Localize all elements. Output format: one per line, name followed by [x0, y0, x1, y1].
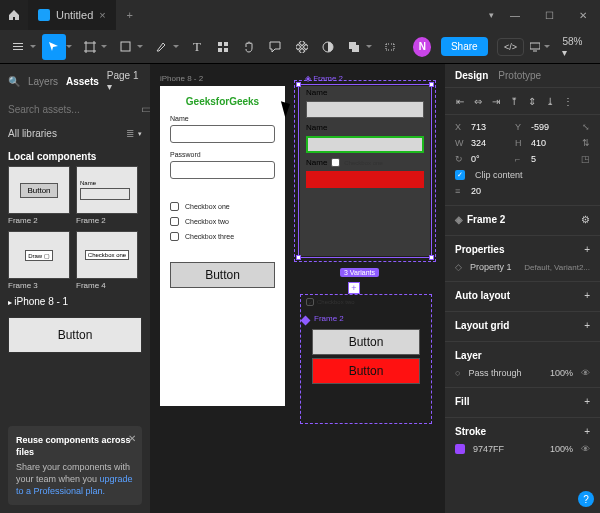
- align-hcenter-icon[interactable]: ⇔: [471, 94, 485, 108]
- libraries-dropdown[interactable]: All libraries≣: [0, 124, 150, 143]
- text-tool[interactable]: T: [185, 34, 209, 60]
- layers-tab[interactable]: Layers: [28, 76, 58, 87]
- checkbox[interactable]: Checkbox three: [160, 229, 285, 244]
- shape-tool[interactable]: [113, 34, 137, 60]
- add-icon[interactable]: +: [584, 244, 590, 255]
- close-icon[interactable]: ✕: [128, 432, 136, 446]
- frame-name[interactable]: Frame 2: [467, 214, 505, 225]
- text-input[interactable]: [170, 125, 275, 143]
- component-thumb[interactable]: Button Frame 2: [8, 166, 70, 225]
- add-icon[interactable]: +: [584, 290, 590, 301]
- align-top-icon[interactable]: ⤒: [507, 94, 521, 108]
- component-thumb[interactable]: Checkbox one Frame 4: [76, 231, 138, 290]
- checkbox[interactable]: ✓ Checkbox two: [306, 298, 355, 306]
- svg-rect-4: [218, 42, 222, 46]
- rotation-input[interactable]: 0°: [471, 154, 505, 164]
- prototype-tab[interactable]: Prototype: [498, 70, 541, 81]
- svg-rect-2: [13, 49, 23, 50]
- assets-tab[interactable]: Assets: [66, 76, 99, 87]
- constrain-icon[interactable]: ⤡: [582, 122, 590, 132]
- button-variant[interactable]: Button: [312, 358, 420, 384]
- visibility-icon[interactable]: 👁: [581, 444, 590, 454]
- figma-file-icon: [38, 9, 50, 21]
- frame-tool[interactable]: [78, 34, 102, 60]
- radius-input[interactable]: 5: [531, 154, 565, 164]
- file-tab[interactable]: Untitled ×: [28, 0, 116, 30]
- text-input[interactable]: [170, 161, 275, 179]
- link-tool[interactable]: [378, 34, 402, 60]
- component-thumb[interactable]: Name Frame 2: [76, 166, 138, 225]
- title-bar: Untitled × + ▾ — ☐ ✕: [0, 0, 600, 30]
- hand-tool[interactable]: [237, 34, 261, 60]
- design-tab[interactable]: Design: [455, 70, 488, 81]
- align-bottom-icon[interactable]: ⤓: [543, 94, 557, 108]
- svg-rect-14: [352, 45, 359, 52]
- share-button[interactable]: Share: [441, 37, 488, 56]
- window-menu-icon[interactable]: ▾: [489, 10, 498, 20]
- add-icon[interactable]: +: [584, 396, 590, 407]
- comment-tool[interactable]: [263, 34, 287, 60]
- zoom-level[interactable]: 58% ▾: [556, 36, 593, 58]
- component-icon[interactable]: [290, 34, 314, 60]
- add-icon[interactable]: +: [584, 320, 590, 331]
- blend-mode[interactable]: Pass through: [468, 368, 521, 378]
- home-button[interactable]: [0, 0, 28, 30]
- align-right-icon[interactable]: ⇥: [489, 94, 503, 108]
- x-input[interactable]: 713: [471, 122, 505, 132]
- frame-label[interactable]: iPhone 8 - 2: [160, 74, 203, 83]
- minimize-button[interactable]: —: [498, 0, 532, 30]
- align-left-icon[interactable]: ⇤: [453, 94, 467, 108]
- canvas[interactable]: iPhone 8 - 2 GeeksforGeeks Name Password…: [150, 64, 445, 513]
- lock-aspect-icon[interactable]: ⇅: [582, 138, 590, 148]
- move-tool[interactable]: [42, 34, 66, 60]
- help-button[interactable]: ?: [578, 491, 594, 507]
- close-tab-icon[interactable]: ×: [99, 9, 105, 21]
- present-button[interactable]: [526, 34, 544, 60]
- y-input[interactable]: -599: [531, 122, 565, 132]
- property-name[interactable]: Property 1: [470, 262, 512, 272]
- component-thumb[interactable]: Draw ▢ Frame 3: [8, 231, 70, 290]
- svg-rect-6: [218, 48, 222, 52]
- maximize-button[interactable]: ☐: [532, 0, 566, 30]
- opacity-input[interactable]: 100%: [550, 368, 573, 378]
- color-swatch[interactable]: [455, 444, 465, 454]
- layer-tree-item[interactable]: iPhone 8 - 1: [0, 290, 150, 313]
- add-variant-button[interactable]: +: [348, 282, 360, 294]
- checkbox[interactable]: Checkbox one: [160, 199, 285, 214]
- add-icon[interactable]: +: [584, 426, 590, 437]
- clip-checkbox[interactable]: ✓: [455, 170, 465, 180]
- list-view-icon[interactable]: ≣: [126, 128, 134, 139]
- pen-tool[interactable]: [149, 34, 173, 60]
- dev-mode-button[interactable]: </>: [497, 38, 524, 56]
- svg-rect-8: [300, 41, 306, 46]
- boolean-tool[interactable]: [342, 34, 366, 60]
- w-input[interactable]: 324: [471, 138, 505, 148]
- artboard-iphone[interactable]: GeeksforGeeks Name Password Checkbox one…: [160, 86, 285, 406]
- settings-icon[interactable]: ⚙: [581, 214, 590, 225]
- pages-dropdown[interactable]: Page 1 ▾: [107, 70, 142, 92]
- align-vcenter-icon[interactable]: ⇕: [525, 94, 539, 108]
- user-avatar[interactable]: N: [413, 37, 431, 57]
- mask-tool[interactable]: [316, 34, 340, 60]
- toolbar: T N Share </> 58% ▾: [0, 30, 600, 64]
- component-thumb-large[interactable]: Button: [8, 317, 142, 353]
- corner-icon[interactable]: ◳: [581, 154, 590, 164]
- visibility-icon[interactable]: 👁: [581, 368, 590, 378]
- search-assets-input[interactable]: [8, 104, 135, 115]
- search-icon[interactable]: 🔍: [8, 76, 20, 87]
- button-variant[interactable]: Button: [312, 329, 420, 355]
- distribute-icon[interactable]: ⋮: [561, 94, 575, 108]
- new-tab-button[interactable]: +: [116, 9, 144, 21]
- main-menu-button[interactable]: [6, 34, 30, 60]
- resources-tool[interactable]: [211, 34, 235, 60]
- tab-title: Untitled: [56, 9, 93, 21]
- h-input[interactable]: 410: [531, 138, 565, 148]
- label: Name: [160, 113, 285, 123]
- stroke-hex[interactable]: 9747FF: [473, 444, 504, 454]
- checkbox[interactable]: Checkbox two: [160, 214, 285, 229]
- close-window-button[interactable]: ✕: [566, 0, 600, 30]
- button[interactable]: Button: [170, 262, 275, 288]
- property-value[interactable]: Default, Variant2...: [524, 263, 590, 272]
- gap-input[interactable]: 20: [471, 186, 505, 196]
- stroke-opacity[interactable]: 100%: [550, 444, 573, 454]
